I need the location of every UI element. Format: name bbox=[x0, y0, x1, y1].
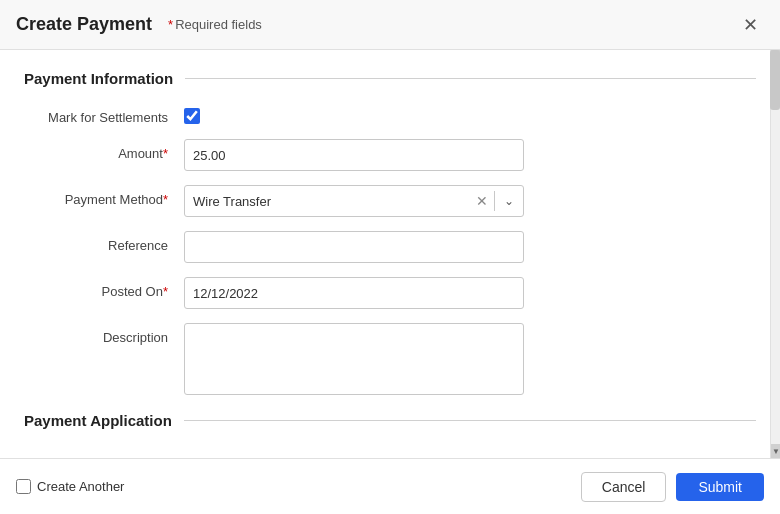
mark-for-settlements-checkbox[interactable] bbox=[184, 108, 200, 124]
reference-row: Reference bbox=[24, 231, 756, 263]
mark-for-settlements-row: Mark for Settlements bbox=[24, 103, 756, 125]
create-payment-dialog: Create Payment *Required fields ✕ ▲ ▼ Pa… bbox=[0, 0, 780, 514]
amount-label: Amount* bbox=[24, 139, 184, 161]
mark-for-settlements-control bbox=[184, 103, 524, 124]
posted-on-label: Posted On* bbox=[24, 277, 184, 299]
create-another-label[interactable]: Create Another bbox=[16, 479, 124, 494]
payment-method-dropdown-icon[interactable]: ⌄ bbox=[495, 186, 523, 216]
required-label: *Required fields bbox=[168, 17, 262, 32]
mark-for-settlements-label: Mark for Settlements bbox=[24, 103, 184, 125]
footer-left: Create Another bbox=[16, 479, 124, 494]
dialog-title: Create Payment bbox=[16, 14, 152, 35]
dialog-footer: Create Another Cancel Submit bbox=[0, 458, 780, 514]
reference-label: Reference bbox=[24, 231, 184, 253]
payment-application-section-title: Payment Application bbox=[24, 412, 756, 429]
payment-method-select[interactable]: Wire Transfer ✕ ⌄ bbox=[184, 185, 524, 217]
close-button[interactable]: ✕ bbox=[736, 11, 764, 39]
scrollbar-track: ▲ ▼ bbox=[770, 50, 780, 458]
payment-method-label: Payment Method* bbox=[24, 185, 184, 207]
description-textarea[interactable] bbox=[184, 323, 524, 395]
amount-row: Amount* bbox=[24, 139, 756, 171]
scrollbar-thumb[interactable] bbox=[770, 50, 780, 110]
cancel-button[interactable]: Cancel bbox=[581, 472, 667, 502]
payment-method-clear-icon[interactable]: ✕ bbox=[470, 186, 494, 216]
scroll-down-arrow[interactable]: ▼ bbox=[771, 444, 780, 458]
posted-on-control bbox=[184, 277, 524, 309]
reference-control bbox=[184, 231, 524, 263]
dialog-body: Payment Information Mark for Settlements… bbox=[0, 50, 780, 458]
required-star: * bbox=[168, 17, 173, 32]
posted-on-input[interactable] bbox=[184, 277, 524, 309]
description-control bbox=[184, 323, 524, 398]
payment-method-row: Payment Method* Wire Transfer ✕ ⌄ bbox=[24, 185, 756, 217]
payment-information-section-title: Payment Information bbox=[24, 70, 756, 87]
payment-method-control: Wire Transfer ✕ ⌄ bbox=[184, 185, 524, 217]
submit-button[interactable]: Submit bbox=[676, 473, 764, 501]
amount-input[interactable] bbox=[184, 139, 524, 171]
payment-method-value: Wire Transfer bbox=[185, 194, 470, 209]
reference-input[interactable] bbox=[184, 231, 524, 263]
description-row: Description bbox=[24, 323, 756, 398]
amount-control bbox=[184, 139, 524, 171]
description-label: Description bbox=[24, 323, 184, 345]
create-another-checkbox[interactable] bbox=[16, 479, 31, 494]
dialog-header: Create Payment *Required fields ✕ bbox=[0, 0, 780, 50]
posted-on-row: Posted On* bbox=[24, 277, 756, 309]
